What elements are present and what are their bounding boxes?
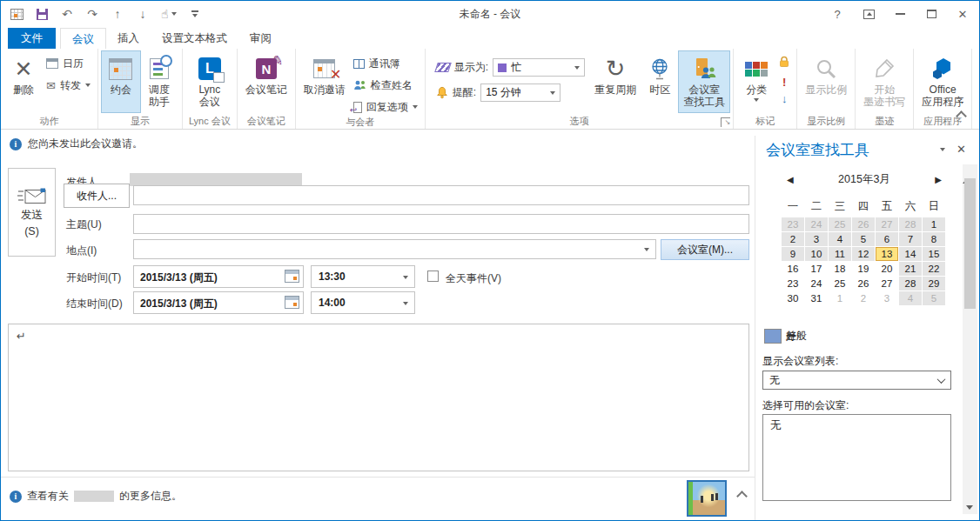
calendar-day[interactable]: 27 [876, 277, 898, 291]
contact-photo-thumbnail[interactable] [687, 480, 727, 517]
low-importance-button[interactable]: ↓ [782, 93, 788, 104]
touch-mode-button[interactable]: ☝ [161, 6, 177, 22]
chevron-down-icon[interactable] [403, 302, 408, 305]
delete-button[interactable]: ✕ 删除 [4, 51, 43, 112]
calendar-day[interactable]: 25 [829, 277, 851, 291]
next-item-button[interactable]: ↓ [136, 6, 150, 22]
scheduling-assistant-button[interactable]: 调度 助手 [140, 51, 178, 112]
calendar-day[interactable]: 20 [876, 262, 898, 276]
collapse-people-pane-button[interactable] [736, 491, 748, 502]
calendar-day[interactable]: 26 [852, 277, 875, 291]
all-day-checkbox[interactable] [427, 271, 439, 282]
private-button[interactable] [779, 56, 789, 71]
date-picker-icon[interactable] [285, 296, 299, 309]
calendar-day[interactable]: 24 [805, 217, 828, 231]
calendar-day[interactable]: 6 [876, 232, 898, 246]
calendar-day[interactable]: 17 [805, 262, 828, 276]
tab-meeting[interactable]: 会议 [60, 28, 106, 49]
office-apps-button[interactable]: Office 应用程序 [917, 51, 968, 112]
show-as-combo[interactable]: 忙 [493, 58, 585, 77]
lync-meeting-button[interactable]: L Lync 会议 [191, 51, 229, 112]
message-body[interactable]: ↵ [8, 324, 749, 471]
previous-item-button[interactable]: ↑ [111, 6, 124, 22]
close-button[interactable]: ✕ [953, 4, 972, 23]
save-button[interactable] [35, 6, 49, 22]
send-button[interactable]: 发送 (S) [8, 168, 56, 257]
calendar-day[interactable]: 27 [876, 217, 898, 231]
calendar-day[interactable]: 7 [899, 232, 922, 246]
calendar-day[interactable]: 9 [782, 247, 804, 261]
calendar-day[interactable]: 5 [852, 232, 875, 246]
calendar-day[interactable]: 23 [782, 217, 804, 231]
calendar-day[interactable]: 21 [899, 262, 922, 276]
calendar-day[interactable]: 24 [805, 277, 828, 291]
minimize-button[interactable] [890, 4, 910, 23]
panel-menu-chevron-icon[interactable] [940, 148, 945, 151]
available-room-item[interactable]: 无 [770, 419, 782, 431]
location-input[interactable] [133, 239, 656, 259]
calendar-day[interactable]: 19 [852, 262, 875, 276]
calendar-day[interactable]: 22 [923, 262, 945, 276]
calendar-button[interactable]: 日历 [46, 55, 91, 72]
help-button[interactable]: ? [828, 4, 847, 23]
scroll-down-icon[interactable] [966, 505, 973, 510]
cancel-invitation-button[interactable]: 取消邀请 [299, 51, 350, 112]
tab-review[interactable]: 审阅 [238, 28, 283, 49]
panel-close-button[interactable]: ✕ [957, 143, 966, 156]
categorize-button[interactable]: 分类 [737, 51, 775, 112]
tab-insert[interactable]: 插入 [106, 28, 151, 49]
reminder-combo[interactable]: 15 分钟 [480, 83, 560, 102]
customize-qat-button[interactable] [188, 6, 202, 22]
options-dialog-launcher[interactable]: ↘ [721, 117, 730, 127]
calendar-day[interactable]: 30 [782, 291, 804, 305]
check-names-button[interactable]: 检查姓名 [353, 77, 418, 94]
calendar-day[interactable]: 16 [782, 262, 804, 276]
calendar-day[interactable]: 8 [923, 232, 945, 246]
calendar-day[interactable]: 4 [899, 291, 922, 305]
calendar-day[interactable]: 23 [782, 277, 804, 291]
response-options-button[interactable]: 回复选项 [353, 98, 418, 116]
time-zone-button[interactable]: 时区 [641, 51, 679, 112]
next-month-button[interactable]: ▶ [930, 175, 947, 184]
calendar-day[interactable]: 5 [923, 291, 945, 305]
room-finder-button[interactable]: 会议室 查找工具 [679, 51, 729, 112]
calendar-day[interactable]: 1 [829, 291, 851, 305]
calendar-day[interactable]: 2 [852, 291, 875, 305]
to-button[interactable]: 收件人... [64, 184, 130, 208]
calendar-day[interactable]: 28 [899, 217, 922, 231]
date-picker-icon[interactable] [285, 270, 299, 283]
calendar-day[interactable]: 13 [876, 247, 898, 261]
appointment-button[interactable]: 约会 [102, 51, 140, 112]
high-importance-button[interactable]: ! [782, 77, 786, 88]
calendar-day[interactable]: 29 [923, 277, 945, 291]
calendar-day[interactable]: 1 [923, 217, 945, 231]
ribbon-display-options-button[interactable] [859, 4, 878, 23]
calendar-day[interactable]: 10 [805, 247, 828, 261]
tab-file[interactable]: 文件 [8, 28, 56, 49]
available-rooms-listbox[interactable]: 无 [762, 414, 951, 501]
calendar-day[interactable]: 18 [829, 262, 851, 276]
calendar-day[interactable]: 31 [805, 291, 828, 305]
rooms-button[interactable]: 会议室(M)... [661, 239, 749, 260]
calendar-day[interactable]: 11 [829, 247, 851, 261]
calendar-day[interactable]: 3 [876, 291, 898, 305]
calendar-day[interactable]: 25 [829, 217, 851, 231]
calendar-day[interactable]: 14 [899, 247, 922, 261]
calendar-day[interactable]: 15 [923, 247, 945, 261]
previous-month-button[interactable]: ◀ [782, 175, 799, 184]
to-input[interactable] [133, 185, 749, 205]
calendar-day[interactable]: 3 [805, 232, 828, 246]
calendar-day[interactable]: 26 [852, 217, 875, 231]
subject-input[interactable] [133, 214, 749, 234]
room-list-select[interactable]: 无 [762, 371, 951, 390]
meeting-notes-button[interactable]: N✎ 会议笔记 [241, 51, 292, 112]
scrollbar-thumb[interactable] [964, 178, 976, 309]
redo-button[interactable]: ↷ [85, 6, 99, 22]
recurrence-button[interactable]: ↻ 重复周期 [590, 51, 641, 112]
maximize-button[interactable] [922, 4, 941, 23]
tab-format-text[interactable]: 设置文本格式 [151, 28, 238, 49]
address-book-button[interactable]: 通讯簿 [353, 55, 418, 72]
calendar-day[interactable]: 28 [899, 277, 922, 291]
calendar-day[interactable]: 4 [829, 232, 851, 246]
calendar-day[interactable]: 2 [782, 232, 804, 246]
